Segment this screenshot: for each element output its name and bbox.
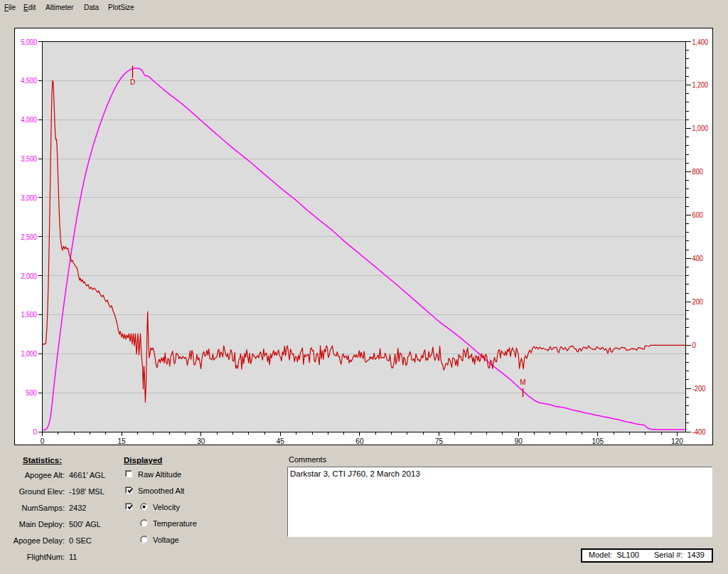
svg-text:4,000: 4,000 (21, 116, 38, 124)
svg-text:0: 0 (33, 428, 37, 436)
svg-text:15: 15 (118, 437, 127, 445)
svg-text:800: 800 (692, 168, 704, 176)
svg-text:4,500: 4,500 (21, 77, 38, 85)
svg-text:90: 90 (515, 437, 523, 445)
svg-text:2,000: 2,000 (21, 272, 38, 280)
svg-text:1,200: 1,200 (692, 81, 709, 89)
svg-text:500: 500 (26, 389, 38, 397)
svg-text:105: 105 (592, 437, 604, 445)
svg-text:3,000: 3,000 (21, 194, 38, 202)
svg-text:0: 0 (41, 437, 45, 445)
svg-text:1,000: 1,000 (21, 350, 38, 358)
svg-text:30: 30 (197, 437, 205, 445)
svg-text:2,500: 2,500 (21, 233, 38, 241)
svg-text:400: 400 (692, 255, 704, 262)
svg-text:0: 0 (692, 341, 697, 349)
svg-text:-200: -200 (692, 385, 706, 393)
svg-text:D: D (130, 78, 135, 86)
svg-text:3,500: 3,500 (21, 155, 38, 163)
svg-text:1,000: 1,000 (692, 124, 709, 132)
svg-text:5,000: 5,000 (21, 38, 38, 46)
svg-text:1,400: 1,400 (692, 38, 709, 46)
svg-text:M: M (520, 378, 525, 386)
svg-text:45: 45 (277, 437, 285, 445)
svg-text:600: 600 (692, 211, 704, 219)
svg-text:60: 60 (355, 437, 364, 445)
svg-text:75: 75 (435, 437, 444, 445)
svg-text:200: 200 (692, 298, 704, 306)
svg-text:120: 120 (671, 437, 683, 445)
svg-text:1,500: 1,500 (21, 311, 38, 319)
svg-text:-400: -400 (692, 428, 706, 436)
